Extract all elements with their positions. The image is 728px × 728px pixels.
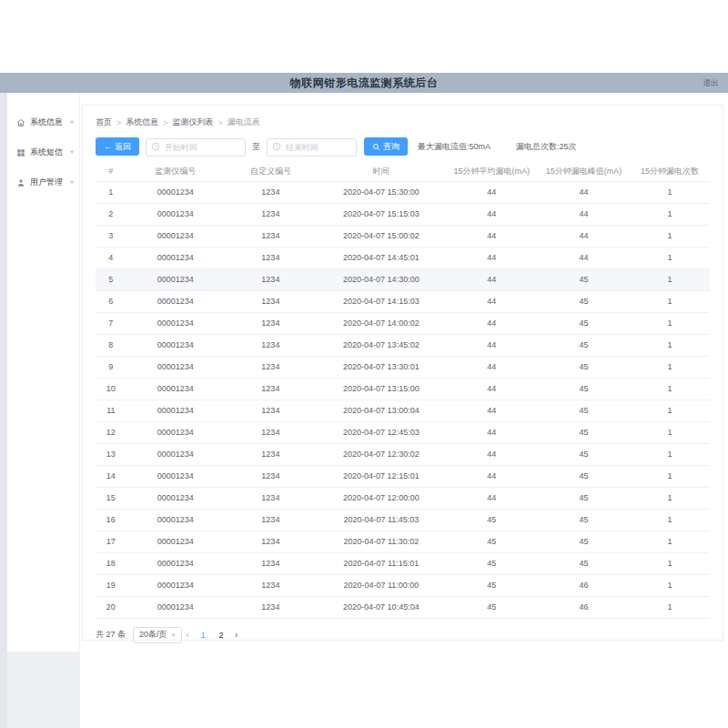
table-cell: 2020-04-07 10:45:04: [317, 596, 446, 618]
logout-button[interactable]: 退出: [703, 73, 719, 93]
table-cell: 00001234: [126, 531, 225, 552]
page-size-select[interactable]: 20条/页 ▾: [133, 627, 182, 643]
table-cell: 00001234: [126, 247, 225, 268]
table-cell: 1234: [225, 596, 317, 618]
table-row: 80000123412342020-04-07 13:45:0244451: [96, 334, 710, 356]
table-cell: 1: [630, 399, 710, 421]
breadcrumb-system-info[interactable]: 系统信息: [126, 116, 158, 128]
start-time-input[interactable]: [146, 138, 246, 157]
table-cell: 2020-04-07 13:00:04: [317, 399, 446, 421]
back-button-label: 返回: [115, 141, 131, 153]
table-row: 140000123412342020-04-07 12:15:0144451: [96, 465, 710, 487]
table-cell: 1: [630, 465, 710, 487]
table-cell: 45: [446, 531, 538, 552]
data-table: # 监测仪编号 自定义编号 时间 15分钟平均漏电(mA) 15分钟漏电峰值(m…: [96, 162, 710, 619]
table-cell: 2020-04-07 12:15:01: [317, 465, 446, 487]
table-cell: 45: [538, 290, 630, 312]
table-cell: 2020-04-07 15:30:00: [317, 181, 446, 203]
table-cell: 1: [630, 356, 710, 378]
table-cell: 1: [630, 574, 710, 596]
table-cell: 1: [630, 225, 710, 247]
breadcrumb-separator: >: [218, 118, 223, 127]
end-time-field: [267, 137, 357, 156]
table-cell: 1234: [225, 181, 317, 203]
content-card: 首页 > 系统信息 > 监测仪列表 > 漏电流表 ← 返回 至: [82, 105, 723, 641]
sidebar-item-label: 系统信息: [30, 116, 63, 128]
sidebar-item-label: 系统短信: [30, 147, 63, 158]
column-header-index: #: [96, 162, 126, 181]
table-cell: 2020-04-07 11:00:00: [317, 574, 446, 596]
table-cell: 2020-04-07 11:45:03: [317, 509, 446, 531]
table-body: 10000123412342020-04-07 15:30:0044441200…: [96, 181, 710, 618]
back-button[interactable]: ← 返回: [96, 137, 139, 156]
table-cell: 1: [630, 268, 710, 290]
table-cell: 44: [538, 181, 630, 203]
user-icon: [16, 178, 25, 187]
table-cell: 44: [446, 356, 538, 378]
table-cell: 2020-04-07 13:45:02: [317, 334, 446, 356]
table-cell: 1234: [225, 290, 317, 312]
left-gutter: [0, 93, 7, 728]
max-leakage-stat: 最大漏电流值:50mA: [418, 141, 490, 153]
table-cell: 15: [96, 487, 126, 509]
next-page-button[interactable]: ›: [235, 630, 238, 640]
arrow-left-icon: ←: [104, 143, 112, 151]
table-cell: 00001234: [126, 290, 225, 312]
breadcrumb-separator: >: [116, 118, 121, 127]
table-cell: 45: [538, 399, 630, 421]
sidebar-item-label: 用户管理: [30, 177, 63, 188]
prev-page-button[interactable]: ‹: [187, 630, 189, 640]
search-icon: [372, 143, 380, 151]
column-header-peak-leakage: 15分钟漏电峰值(mA): [538, 162, 630, 181]
sidebar-item-user-management[interactable]: 用户管理 ▾: [7, 167, 79, 197]
table-row: 130000123412342020-04-07 12:30:0244451: [96, 443, 710, 465]
table-cell: 45: [538, 531, 630, 552]
table-cell: 1: [630, 487, 710, 509]
table-cell: 1234: [225, 378, 317, 399]
table-cell: 1234: [225, 225, 317, 247]
page-number-2[interactable]: 2: [215, 631, 228, 640]
table-cell: 00001234: [126, 596, 225, 618]
table-cell: 45: [538, 421, 630, 443]
breadcrumb-home[interactable]: 首页: [96, 116, 112, 128]
filter-bar: ← 返回 至 查询 最大漏电流值:50mA 漏电总次数:25次: [96, 136, 710, 157]
sidebar-item-system-sms[interactable]: 系统短信 ▾: [7, 137, 79, 167]
table-row: 20000123412342020-04-07 15:15:0344441: [96, 203, 710, 225]
table-cell: 19: [96, 574, 126, 596]
table-row: 40000123412342020-04-07 14:45:0144441: [96, 247, 710, 268]
table-cell: 4: [96, 247, 126, 268]
sidebar-item-system-info[interactable]: 系统信息 ▾: [7, 107, 79, 137]
table-cell: 00001234: [126, 312, 225, 334]
table-cell: 44: [446, 443, 538, 465]
page-number-1[interactable]: 1: [197, 631, 209, 640]
table-cell: 2020-04-07 13:15:00: [317, 378, 446, 399]
start-time-field: [146, 137, 246, 156]
table-cell: 1: [630, 334, 710, 356]
table-cell: 00001234: [126, 356, 225, 378]
table-cell: 2020-04-07 15:15:03: [317, 203, 446, 225]
table-cell: 44: [538, 225, 630, 247]
table-cell: 46: [538, 596, 630, 618]
table-cell: 45: [538, 465, 630, 487]
search-button[interactable]: 查询: [364, 137, 408, 156]
table-row: 200000123412342020-04-07 10:45:0445461: [96, 596, 710, 618]
table-row: 190000123412342020-04-07 11:00:0045461: [96, 574, 710, 596]
table-cell: 1: [630, 247, 710, 268]
table-cell: 2020-04-07 12:00:00: [317, 487, 446, 509]
table-cell: 3: [96, 225, 126, 247]
column-header-time: 时间: [317, 162, 446, 181]
table-cell: 17: [96, 531, 126, 552]
table-cell: 1: [630, 181, 710, 203]
table-cell: 00001234: [126, 574, 225, 596]
table-cell: 2020-04-07 13:30:01: [317, 356, 446, 378]
breadcrumb-monitor-list[interactable]: 监测仪列表: [173, 116, 214, 128]
table-cell: 00001234: [126, 399, 225, 421]
table-cell: 1: [630, 531, 710, 552]
column-header-custom-id: 自定义编号: [225, 162, 317, 181]
table-cell: 2020-04-07 14:45:01: [317, 247, 446, 268]
table-cell: 00001234: [126, 421, 225, 443]
table-cell: 1: [630, 203, 710, 225]
table-cell: 00001234: [126, 443, 225, 465]
table-cell: 1: [630, 509, 710, 531]
table-row: 70000123412342020-04-07 14:00:0244451: [96, 312, 710, 334]
